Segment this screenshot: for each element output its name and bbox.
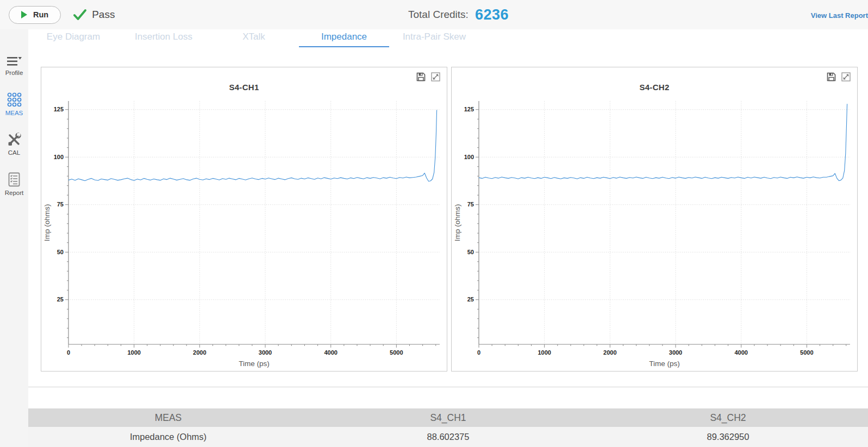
svg-text:4000: 4000 — [324, 349, 337, 356]
table-row: Impedance (Ohms)88.60237589.362950 — [28, 427, 868, 447]
pass-status-label: Pass — [92, 9, 115, 21]
sidebar-item-label: Profile — [5, 70, 23, 76]
table-header-cell: MEAS — [28, 408, 308, 427]
svg-text:2000: 2000 — [603, 349, 616, 356]
tools-icon — [7, 133, 21, 147]
chart-panel-ch2: S4-CH2 010002000300040005000255075100125… — [451, 67, 858, 372]
table-header-row: MEASS4_CH1S4_CH2 — [28, 408, 868, 427]
tab-intra-pair-skew[interactable]: Intra-Pair Skew — [389, 29, 479, 47]
svg-text:125: 125 — [464, 106, 474, 112]
table-cell: Impedance (Ohms) — [28, 427, 308, 447]
table-cell: 88.602375 — [308, 427, 588, 447]
sidebar-item-label: CAL — [8, 149, 20, 156]
sidebar: Profile MEAS CAL — [0, 29, 28, 447]
svg-text:0: 0 — [477, 349, 480, 356]
report-checklist-icon — [8, 172, 20, 187]
section-divider — [28, 387, 868, 387]
impedance-chart-ch1: 010002000300040005000255075100125Time (p… — [41, 67, 447, 371]
tab-eye-diagram[interactable]: Eye Diagram — [28, 29, 118, 47]
impedance-chart-ch2: 010002000300040005000255075100125Time (p… — [452, 67, 857, 371]
pass-status: Pass — [73, 9, 115, 21]
checkmark-icon — [73, 9, 87, 21]
credits-label: Total Credits: — [408, 9, 469, 21]
play-icon — [21, 11, 27, 18]
svg-text:0: 0 — [67, 349, 70, 356]
tab-insertion-loss[interactable]: Insertion Loss — [118, 29, 209, 47]
sidebar-item-cal[interactable]: CAL — [7, 133, 21, 156]
svg-text:Imp (ohms): Imp (ohms) — [453, 204, 461, 241]
menu-caret-icon — [7, 56, 22, 67]
tab-xtalk[interactable]: XTalk — [209, 29, 299, 47]
svg-text:125: 125 — [54, 106, 64, 112]
svg-text:3000: 3000 — [669, 349, 682, 356]
svg-text:50: 50 — [467, 249, 474, 255]
app-root: Run Pass Total Credits: 6236 View Last R… — [0, 0, 868, 447]
svg-text:25: 25 — [57, 296, 64, 303]
svg-text:Time (ps): Time (ps) — [239, 360, 270, 368]
table-header-cell: S4_CH2 — [588, 408, 868, 427]
svg-text:2000: 2000 — [193, 349, 206, 356]
sidebar-item-label: MEAS — [5, 110, 23, 116]
chart-panel-ch1: S4-CH1 010002000300040005000255075100125… — [41, 67, 447, 372]
svg-text:Time (ps): Time (ps) — [649, 360, 680, 368]
svg-text:75: 75 — [467, 201, 474, 207]
run-button-label: Run — [33, 10, 48, 19]
svg-text:1000: 1000 — [127, 349, 140, 356]
credits-value: 6236 — [475, 7, 509, 23]
svg-text:5000: 5000 — [800, 349, 813, 356]
svg-text:100: 100 — [464, 154, 474, 160]
grid-dots-icon — [7, 92, 22, 107]
measurement-table: MEASS4_CH1S4_CH2 Impedance (Ohms)88.6023… — [28, 408, 868, 447]
sidebar-item-report[interactable]: Report — [5, 172, 24, 196]
svg-text:50: 50 — [57, 249, 64, 255]
top-bar: Run Pass Total Credits: 6236 View Last R… — [0, 0, 868, 29]
svg-text:3000: 3000 — [259, 349, 272, 356]
view-last-report-link[interactable]: View Last Report — [811, 11, 868, 20]
sidebar-item-profile[interactable]: Profile — [5, 56, 23, 76]
svg-text:4000: 4000 — [734, 349, 747, 356]
run-button[interactable]: Run — [9, 6, 61, 24]
tab-strip: Eye Diagram Insertion Loss XTalk Impedan… — [28, 29, 479, 50]
table-cell: 89.362950 — [588, 427, 868, 447]
sidebar-item-meas[interactable]: MEAS — [5, 92, 23, 116]
svg-text:75: 75 — [57, 201, 64, 207]
svg-text:1000: 1000 — [538, 349, 551, 356]
sidebar-item-label: Report — [5, 190, 24, 196]
svg-text:100: 100 — [54, 154, 64, 160]
svg-text:5000: 5000 — [390, 349, 403, 356]
svg-text:25: 25 — [467, 296, 474, 303]
svg-text:Imp (ohms): Imp (ohms) — [43, 204, 51, 241]
table-header-cell: S4_CH1 — [308, 408, 588, 427]
tab-impedance[interactable]: Impedance — [299, 29, 389, 47]
total-credits: Total Credits: 6236 — [408, 0, 509, 29]
